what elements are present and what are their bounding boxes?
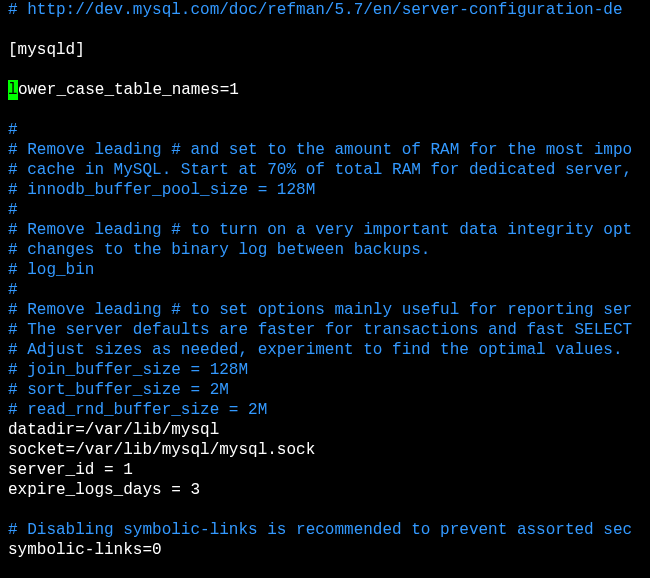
config-line: # Adjust sizes as needed, experiment to … — [8, 340, 642, 360]
config-line: # Remove leading # and set to the amount… — [8, 140, 642, 160]
config-line-active: lower_case_table_names=1 — [8, 80, 642, 100]
blank-line — [8, 100, 642, 120]
cursor: l — [8, 80, 18, 100]
blank-line — [8, 20, 642, 40]
config-line: # Disabling symbolic-links is recommende… — [8, 520, 642, 540]
config-line: # sort_buffer_size = 2M — [8, 380, 642, 400]
config-line: # changes to the binary log between back… — [8, 240, 642, 260]
config-line: expire_logs_days = 3 — [8, 480, 642, 500]
config-line: server_id = 1 — [8, 460, 642, 480]
terminal-editor[interactable]: # http://dev.mysql.com/doc/refman/5.7/en… — [0, 0, 650, 560]
config-text: ower_case_table_names=1 — [18, 81, 239, 99]
config-line: # — [8, 200, 642, 220]
blank-line — [8, 500, 642, 520]
config-line: # — [8, 280, 642, 300]
config-line: # http://dev.mysql.com/doc/refman/5.7/en… — [8, 0, 642, 20]
config-line: socket=/var/lib/mysql/mysql.sock — [8, 440, 642, 460]
config-line: # cache in MySQL. Start at 70% of total … — [8, 160, 642, 180]
config-line: # Remove leading # to turn on a very imp… — [8, 220, 642, 240]
config-line: # log_bin — [8, 260, 642, 280]
config-line: # innodb_buffer_pool_size = 128M — [8, 180, 642, 200]
config-line: # — [8, 120, 642, 140]
config-line: # join_buffer_size = 128M — [8, 360, 642, 380]
config-line: # Remove leading # to set options mainly… — [8, 300, 642, 320]
config-line: datadir=/var/lib/mysql — [8, 420, 642, 440]
config-line: # read_rnd_buffer_size = 2M — [8, 400, 642, 420]
config-line: # The server defaults are faster for tra… — [8, 320, 642, 340]
blank-line — [8, 60, 642, 80]
config-line: [mysqld] — [8, 40, 642, 60]
config-line: symbolic-links=0 — [8, 540, 642, 560]
